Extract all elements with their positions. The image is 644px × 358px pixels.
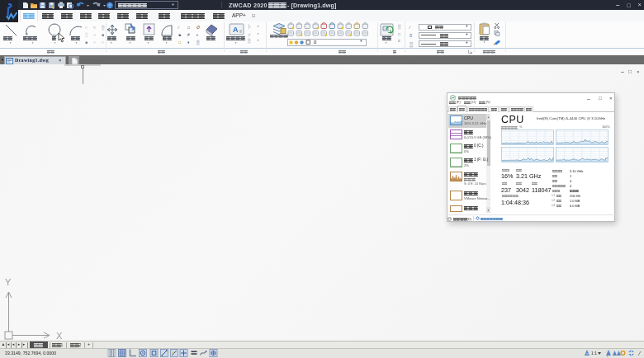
- svg-text:1:1: 1:1: [591, 351, 597, 356]
